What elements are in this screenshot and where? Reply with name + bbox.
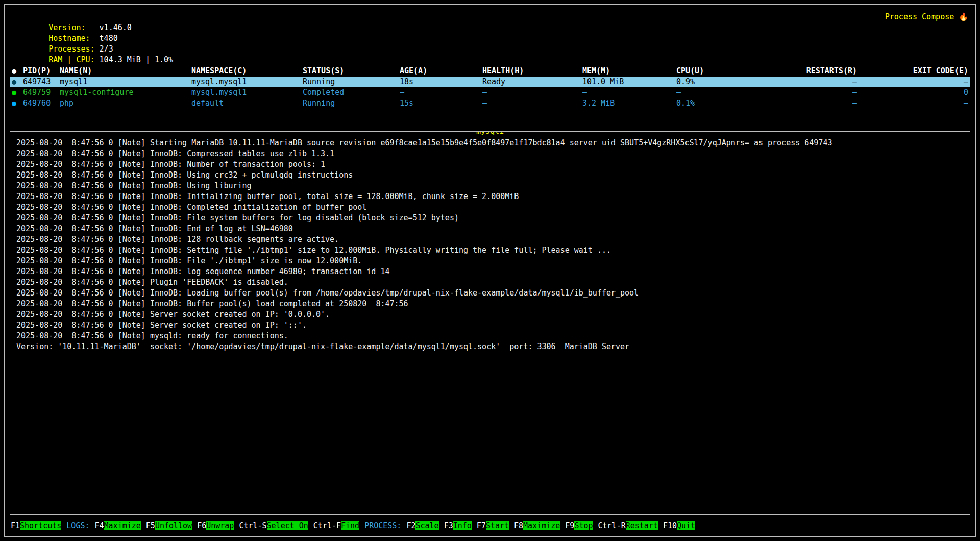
- process-row-mysql1[interactable]: ●649743mysql1mysql.mysql1Running18sReady…: [10, 77, 970, 87]
- hotkey-section-label-text: LOGS:: [66, 521, 89, 530]
- cell-namespace: default: [191, 98, 303, 109]
- hotkey-scale[interactable]: F2Scale: [406, 520, 438, 531]
- log-line: 2025-08-20 8:47:56 0 [Note] InnoDB: Numb…: [16, 159, 965, 170]
- cell-age: 18s: [400, 77, 482, 87]
- column-header-age[interactable]: AGE(A): [400, 66, 482, 77]
- column-header-exit_code[interactable]: EXIT CODE(E): [857, 66, 968, 77]
- process-row-php[interactable]: ●649760phpdefaultRunning15s–3.2 MiB0.1%–…: [10, 98, 970, 109]
- fire-icon: 🔥: [959, 12, 968, 21]
- hotkey-chip[interactable]: Start: [486, 521, 509, 530]
- hotkey-chip[interactable]: Stop: [574, 521, 593, 530]
- hotkey-maximize[interactable]: F4Maximize: [95, 520, 141, 531]
- log-line: 2025-08-20 8:47:56 0 [Note] Server socke…: [16, 320, 965, 331]
- hotkey-section-label: LOGS:: [66, 520, 89, 531]
- hotkey-key: F3: [444, 521, 453, 530]
- hotkey-chip[interactable]: Find: [341, 521, 359, 530]
- hotkey-chip[interactable]: Scale: [415, 521, 438, 530]
- process-table-header: ●PID(P)NAME(N)NAMESPACE(C)STATUS(S)AGE(A…: [10, 66, 970, 77]
- column-header-cpu[interactable]: CPU(U): [676, 66, 765, 77]
- log-line: 2025-08-20 8:47:56 0 [Note] InnoDB: Sett…: [16, 245, 965, 256]
- hotkey-key: Ctrl-R: [598, 521, 626, 530]
- cell-name: mysql1-configure: [60, 87, 191, 98]
- process-row-mysql1-configure[interactable]: ●649759mysql1-configuremysql.mysql1Compl…: [10, 87, 970, 98]
- header: Version:v1.46.0 Hostname:t480 Processes:…: [10, 12, 970, 55]
- log-line: 2025-08-20 8:47:56 0 [Note] InnoDB: Usin…: [16, 170, 965, 181]
- hotkey-key: F5: [146, 521, 155, 530]
- version-label: Version:: [48, 22, 99, 33]
- processes-value: 2/3: [100, 44, 113, 54]
- cell-age: 15s: [400, 98, 482, 109]
- log-line: 2025-08-20 8:47:56 0 [Note] InnoDB: Comp…: [16, 202, 965, 213]
- log-panel-title: mysql1: [476, 131, 504, 137]
- log-line: 2025-08-20 8:47:56 0 [Note] Starting Mar…: [16, 138, 965, 149]
- process-compose-window: Version:v1.46.0 Hostname:t480 Processes:…: [4, 4, 976, 537]
- hotkey-select-on[interactable]: Ctrl-SSelect On: [239, 520, 308, 531]
- hostname-value: t480: [100, 34, 118, 43]
- log-line: 2025-08-20 8:47:56 0 [Note] InnoDB: Comp…: [16, 149, 965, 159]
- hotkey-key: Ctrl-F: [313, 521, 341, 530]
- log-lines: 2025-08-20 8:47:56 0 [Note] Starting Mar…: [16, 138, 965, 352]
- cell-cpu: –: [676, 87, 765, 98]
- hotkey-unfollow[interactable]: F5Unfollow: [146, 520, 192, 531]
- cell-age: –: [400, 87, 482, 98]
- system-info: Version:v1.46.0 Hostname:t480 Processes:…: [12, 12, 173, 55]
- cell-mem: 3.2 MiB: [582, 98, 676, 109]
- log-line: 2025-08-20 8:47:56 0 [Note] Server socke…: [16, 309, 965, 320]
- hotkey-chip[interactable]: Unfollow: [155, 521, 192, 530]
- hotkey-key: F10: [663, 521, 677, 530]
- cell-health: –: [482, 98, 582, 109]
- hotkey-key: F6: [197, 521, 206, 530]
- hotkey-shortcuts[interactable]: F1Shortcuts: [11, 520, 61, 531]
- ram-cpu-value: 104.3 MiB | 1.0%: [100, 55, 174, 64]
- column-header-health[interactable]: HEALTH(H): [482, 66, 582, 77]
- column-header-mem[interactable]: MEM(M): [582, 66, 676, 77]
- log-line: 2025-08-20 8:47:56 0 [Note] mysqld: read…: [16, 331, 965, 341]
- hotkey-key: F7: [477, 521, 486, 530]
- hotkey-info[interactable]: F3Info: [444, 520, 472, 531]
- hotkey-chip[interactable]: Restart: [626, 521, 658, 530]
- process-table: ●PID(P)NAME(N)NAMESPACE(C)STATUS(S)AGE(A…: [10, 66, 970, 109]
- cell-mem: 101.0 MiB: [582, 77, 676, 87]
- hotkey-key: Ctrl-S: [239, 521, 266, 530]
- process-status-dot-icon: ●: [12, 87, 23, 98]
- hotkey-chip[interactable]: Select On: [267, 521, 308, 530]
- hotkey-unwrap[interactable]: F6Unwrap: [197, 520, 234, 531]
- hotkey-chip[interactable]: Shortcuts: [20, 521, 61, 530]
- ram-cpu-label: RAM | CPU:: [48, 55, 99, 65]
- hotkey-chip[interactable]: Quit: [677, 521, 695, 530]
- processes-label: Processes:: [48, 44, 99, 55]
- column-header-namespace[interactable]: NAMESPACE(C): [191, 66, 303, 77]
- cell-namespace: mysql.mysql1: [191, 77, 303, 87]
- hotkey-section-label-text: PROCESS:: [364, 521, 401, 530]
- hotkey-chip[interactable]: Info: [453, 521, 472, 530]
- column-header-restarts[interactable]: RESTARTS(R): [765, 66, 857, 77]
- column-header-status[interactable]: STATUS(S): [303, 66, 400, 77]
- hotkey-restart[interactable]: Ctrl-RRestart: [598, 520, 658, 531]
- log-panel[interactable]: mysql1 2025-08-20 8:47:56 0 [Note] Start…: [10, 131, 970, 515]
- cell-restarts: –: [765, 87, 857, 98]
- log-line: 2025-08-20 8:47:56 0 [Note] InnoDB: File…: [16, 213, 965, 224]
- cell-restarts: –: [765, 98, 857, 109]
- hotkey-chip[interactable]: Unwrap: [206, 521, 234, 530]
- hotkey-maximize[interactable]: F8Maximize: [514, 520, 560, 531]
- hotkey-chip[interactable]: Maximize: [523, 521, 560, 530]
- log-line: 2025-08-20 8:47:56 0 [Note] InnoDB: Usin…: [16, 181, 965, 191]
- hotkey-start[interactable]: F7Start: [477, 520, 509, 531]
- hotkey-key: F9: [565, 521, 574, 530]
- cell-exit_code: –: [857, 77, 968, 87]
- cell-namespace: mysql.mysql1: [191, 87, 303, 98]
- hotkey-stop[interactable]: F9Stop: [565, 520, 593, 531]
- hotkey-chip[interactable]: Maximize: [104, 521, 141, 530]
- cell-name: php: [60, 98, 191, 109]
- hotkey-quit[interactable]: F10Quit: [663, 520, 695, 531]
- hotkey-bar: F1ShortcutsLOGS:F4MaximizeF5UnfollowF6Un…: [10, 520, 970, 532]
- log-line: 2025-08-20 8:47:56 0 [Note] InnoDB: Load…: [16, 288, 965, 299]
- column-header-pid[interactable]: PID(P): [23, 66, 60, 77]
- cell-pid: 649760: [23, 98, 60, 109]
- cell-restarts: –: [765, 77, 857, 87]
- cell-pid: 649743: [23, 77, 60, 87]
- column-header-name[interactable]: NAME(N): [60, 66, 191, 77]
- cell-status: Running: [303, 98, 400, 109]
- hotkey-find[interactable]: Ctrl-FFind: [313, 520, 359, 531]
- cell-pid: 649759: [23, 87, 60, 98]
